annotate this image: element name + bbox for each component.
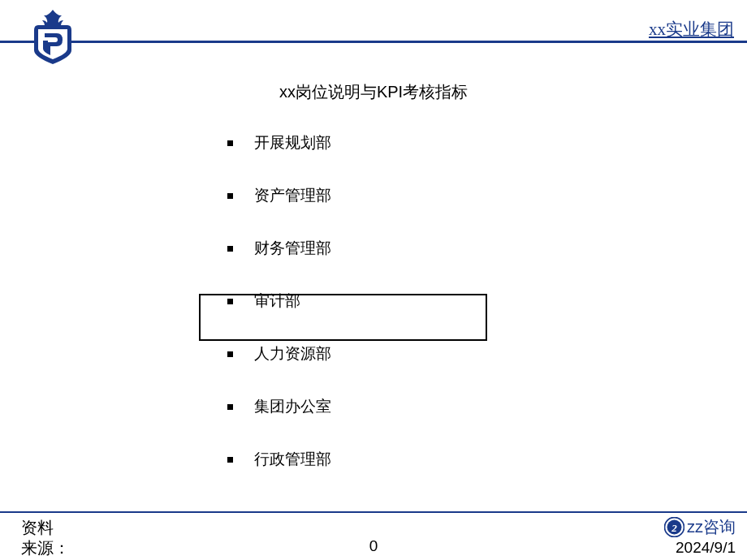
list-item: 人力资源部 xyxy=(227,343,331,364)
bullet-icon xyxy=(227,299,233,304)
list-item: 财务管理部 xyxy=(227,238,331,259)
date: 2024/9/1 xyxy=(664,539,736,557)
bullet-icon xyxy=(227,404,233,410)
bullet-icon xyxy=(227,246,233,252)
list-item-label: 资产管理部 xyxy=(254,185,331,206)
bullet-icon xyxy=(227,457,233,463)
bullet-icon xyxy=(227,193,233,199)
page-title: xx岗位说明与KPI考核指标 xyxy=(279,81,468,103)
list-item-label: 财务管理部 xyxy=(254,238,331,259)
bullet-list: 开展规划部 资产管理部 财务管理部 审计部 人力资源部 集团办公室 行政管理部 xyxy=(227,132,331,502)
list-item-label: 人力资源部 xyxy=(254,343,331,364)
bullet-icon xyxy=(227,351,233,357)
svg-text:2: 2 xyxy=(671,522,677,534)
bullet-icon xyxy=(227,140,233,146)
footer-right: 2 zz咨询 2024/9/1 xyxy=(664,516,736,557)
list-item-label: 审计部 xyxy=(254,291,300,312)
list-item: 资产管理部 xyxy=(227,185,331,206)
consulting-label: zz咨询 xyxy=(687,516,736,538)
list-item: 集团办公室 xyxy=(227,396,331,417)
company-logo-icon xyxy=(28,10,77,65)
page-number: 0 xyxy=(369,537,378,555)
header: xx实业集团 xyxy=(0,0,747,65)
header-divider xyxy=(0,41,747,43)
list-item: 开展规划部 xyxy=(227,132,331,153)
list-item: 行政管理部 xyxy=(227,449,331,470)
source-label: 资料来源： xyxy=(21,518,70,558)
footer: 资料来源： 0 2 zz咨询 2024/9/1 xyxy=(0,511,747,560)
company-name: xx实业集团 xyxy=(649,18,734,41)
consulting-logo-icon: 2 xyxy=(664,517,684,537)
consulting-brand: 2 zz咨询 xyxy=(664,516,736,538)
list-item: 审计部 xyxy=(227,291,331,312)
list-item-label: 行政管理部 xyxy=(254,449,331,470)
list-item-label: 开展规划部 xyxy=(254,132,331,153)
list-item-label: 集团办公室 xyxy=(254,396,331,417)
footer-divider xyxy=(0,511,747,513)
